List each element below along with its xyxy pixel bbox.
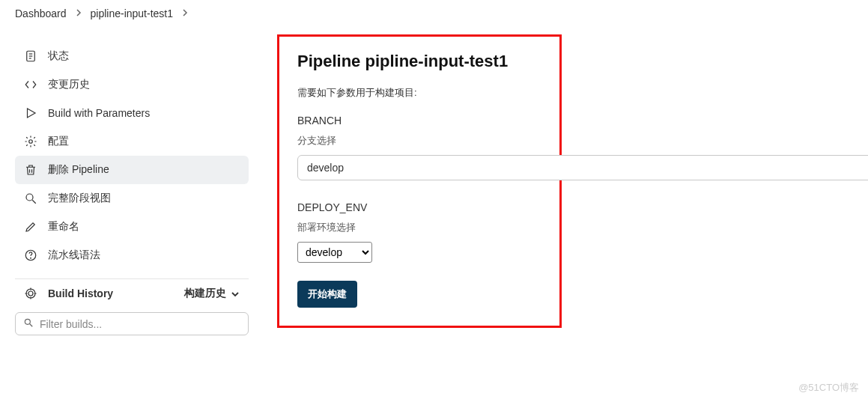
sidebar-item-rename[interactable]: 重命名 [15,213,249,241]
sidebar-item-label: 状态 [48,49,69,63]
sidebar-item-label: 流水线语法 [48,249,100,262]
deploy-env-select[interactable]: develop [297,242,372,263]
chevron-down-icon [231,287,240,299]
svg-point-10 [26,289,35,298]
svg-line-7 [32,200,36,204]
sidebar-item-full-stage-view[interactable]: 完整阶段视图 [15,184,249,213]
svg-point-12 [25,319,30,324]
sidebar-item-label: Build with Parameters [48,107,150,119]
sidebar-item-pipeline-syntax[interactable]: 流水线语法 [15,241,249,269]
start-build-button[interactable]: 开始构建 [297,281,357,308]
sidebar-item-build-params[interactable]: Build with Parameters [15,99,249,127]
sidebar-item-label: 删除 Pipeline [48,163,109,177]
build-history-title: Build History [48,287,113,299]
breadcrumb-item-dashboard[interactable]: Dashboard [15,7,67,19]
param-deploy-env-name: DEPLOY_ENV [297,201,541,213]
watermark: @51CTO博客 [798,381,859,395]
filter-builds-box[interactable] [15,312,249,335]
sidebar-item-label: 重命名 [48,220,79,234]
filter-builds-input[interactable] [40,318,240,330]
search-icon [23,317,34,330]
sidebar-item-configure[interactable]: 配置 [15,127,249,156]
sidebar-item-changes[interactable]: 变更历史 [15,70,249,99]
code-icon [24,78,37,91]
sidebar-item-label: 完整阶段视图 [48,192,111,205]
sidebar-item-label: 变更历史 [48,78,90,91]
main-content: Pipeline pipline-input-test1 需要如下参数用于构建项… [255,27,868,335]
build-parameters-form: Pipeline pipline-input-test1 需要如下参数用于构建项… [277,34,562,328]
sidebar-item-delete-pipeline[interactable]: 删除 Pipeline [15,156,249,184]
gear-icon [24,135,37,148]
breadcrumb: Dashboard pipline-input-test1 [0,0,868,27]
svg-point-11 [28,291,33,296]
breadcrumb-item-project[interactable]: pipline-input-test1 [91,7,174,19]
param-branch-name: BRANCH [297,115,541,127]
help-icon [24,249,37,262]
svg-point-5 [29,140,33,144]
svg-point-9 [31,258,31,258]
history-icon [24,287,37,300]
status-icon [24,49,37,63]
build-history-toggle[interactable]: 构建历史 [184,287,240,300]
trash-icon [24,163,37,177]
form-description: 需要如下参数用于构建项目: [297,86,541,100]
svg-line-13 [30,324,33,327]
build-history-toggle-label: 构建历史 [184,287,226,300]
chevron-right-icon [76,8,82,19]
param-deploy-env-hint: 部署环境选择 [297,221,541,234]
search-icon [24,192,37,205]
sidebar-item-status[interactable]: 状态 [15,42,249,70]
page-title: Pipeline pipline-input-test1 [297,52,541,71]
sidebar: 状态 变更历史 Build with Parameters 配置 删除 Pipe [0,27,255,335]
play-icon [24,106,37,120]
chevron-right-icon [182,8,188,19]
svg-point-6 [26,194,33,201]
svg-marker-4 [28,109,36,118]
param-branch-hint: 分支选择 [297,134,541,147]
sidebar-item-label: 配置 [48,135,69,148]
pencil-icon [24,220,37,234]
build-history-header: Build History 构建历史 [15,278,249,308]
branch-input[interactable] [297,155,868,180]
